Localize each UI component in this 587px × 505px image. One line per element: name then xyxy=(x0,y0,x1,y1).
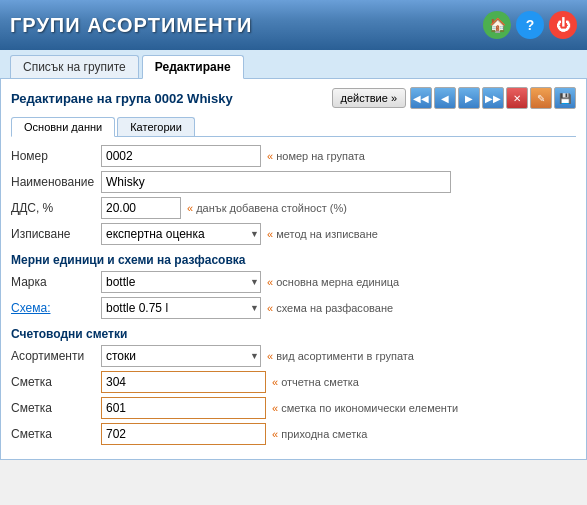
dds-label: ДДС, % xyxy=(11,201,101,215)
nomer-hint: номер на групата xyxy=(267,150,365,162)
power-button[interactable]: ⏻ xyxy=(549,11,577,39)
smetka1-input[interactable] xyxy=(101,371,266,393)
field-smetka3: Сметка приходна сметка xyxy=(11,423,576,445)
nav-buttons: ◀◀ ◀ ▶ ▶▶ ✕ ✎ 💾 xyxy=(410,87,576,109)
izpisvane-label: Изписване xyxy=(11,227,101,241)
dds-input[interactable] xyxy=(101,197,181,219)
tab-edit[interactable]: Редактиране xyxy=(142,55,244,79)
marka-label: Марка xyxy=(11,275,101,289)
tab-categories[interactable]: Категории xyxy=(117,117,195,136)
section2-title: Счетоводни сметки xyxy=(11,327,576,341)
naimenovanie-label: Наименование xyxy=(11,175,101,189)
field-smetka1: Сметка отчетна сметка xyxy=(11,371,576,393)
izpisvane-hint: метод на изписване xyxy=(267,228,378,240)
shema-label[interactable]: Схема: xyxy=(11,301,101,315)
marka-select[interactable]: bottle kg l pcs xyxy=(101,271,261,293)
nav-delete-button[interactable]: ✕ xyxy=(506,87,528,109)
nomer-label: Номер xyxy=(11,149,101,163)
header-icons: 🏠 ? ⏻ xyxy=(483,11,577,39)
marka-select-wrapper: bottle kg l pcs ▼ xyxy=(101,271,261,293)
field-izpisvane: Изписване експертна оценка средна цена F… xyxy=(11,223,576,245)
top-tabs: Списък на групите Редактиране xyxy=(0,50,587,79)
field-shema: Схема: bottle 0.75 l bottle 1 l bottle 0… xyxy=(11,297,576,319)
shema-select-wrapper: bottle 0.75 l bottle 1 l bottle 0.5 l ▼ xyxy=(101,297,261,319)
izpisvane-select[interactable]: експертна оценка средна цена FIFO xyxy=(101,223,261,245)
edit-header: Редактиране на група 0002 Whisky действи… xyxy=(11,87,576,109)
help-button[interactable]: ? xyxy=(516,11,544,39)
smetka2-input[interactable] xyxy=(101,397,266,419)
smetka3-input[interactable] xyxy=(101,423,266,445)
asortimenti-label: Асортименти xyxy=(11,349,101,363)
smetka3-label: Сметка xyxy=(11,427,101,441)
tab-basic[interactable]: Основни данни xyxy=(11,117,115,137)
field-nomer: Номер номер на групата xyxy=(11,145,576,167)
smetka1-hint: отчетна сметка xyxy=(272,376,359,388)
shema-select[interactable]: bottle 0.75 l bottle 1 l bottle 0.5 l xyxy=(101,297,261,319)
field-dds: ДДС, % данък добавена стойност (%) xyxy=(11,197,576,219)
dds-hint: данък добавена стойност (%) xyxy=(187,202,347,214)
tab-list[interactable]: Списък на групите xyxy=(10,55,139,78)
action-button[interactable]: действие » xyxy=(332,88,407,108)
nav-edit-button[interactable]: ✎ xyxy=(530,87,552,109)
nomer-input[interactable] xyxy=(101,145,261,167)
smetka2-label: Сметка xyxy=(11,401,101,415)
field-naimenovanie: Наименование xyxy=(11,171,576,193)
nav-prev-button[interactable]: ◀ xyxy=(434,87,456,109)
naimenovanie-input[interactable] xyxy=(101,171,451,193)
izpisvane-select-wrapper: експертна оценка средна цена FIFO ▼ xyxy=(101,223,261,245)
smetka1-label: Сметка xyxy=(11,375,101,389)
field-smetka2: Сметка сметка по икономически елементи xyxy=(11,397,576,419)
header: ГРУПИ АСОРТИМЕНТИ 🏠 ? ⏻ xyxy=(0,0,587,50)
form-section-basic: Номер номер на групата Наименование ДДС,… xyxy=(11,145,576,445)
marka-hint: основна мерна единица xyxy=(267,276,399,288)
inner-tabs: Основни данни Категории xyxy=(11,117,576,137)
nav-next-button[interactable]: ▶ xyxy=(458,87,480,109)
smetka3-hint: приходна сметка xyxy=(272,428,367,440)
asortimenti-select[interactable]: стоки услуги продукти xyxy=(101,345,261,367)
action-area: действие » ◀◀ ◀ ▶ ▶▶ ✕ ✎ 💾 xyxy=(332,87,577,109)
asortimenti-select-wrapper: стоки услуги продукти ▼ xyxy=(101,345,261,367)
page-title: ГРУПИ АСОРТИМЕНТИ xyxy=(10,14,252,37)
field-marka: Марка bottle kg l pcs ▼ основна мерна ед… xyxy=(11,271,576,293)
field-asortimenti: Асортименти стоки услуги продукти ▼ вид … xyxy=(11,345,576,367)
edit-title: Редактиране на група 0002 Whisky xyxy=(11,91,233,106)
section1-title: Мерни единици и схеми на разфасовка xyxy=(11,253,576,267)
nav-first-button[interactable]: ◀◀ xyxy=(410,87,432,109)
asortimenti-hint: вид асортименти в групата xyxy=(267,350,414,362)
nav-last-button[interactable]: ▶▶ xyxy=(482,87,504,109)
main-content: Редактиране на група 0002 Whisky действи… xyxy=(0,79,587,460)
smetka2-hint: сметка по икономически елементи xyxy=(272,402,458,414)
shema-hint: схема на разфасоване xyxy=(267,302,393,314)
home-button[interactable]: 🏠 xyxy=(483,11,511,39)
nav-save-button[interactable]: 💾 xyxy=(554,87,576,109)
